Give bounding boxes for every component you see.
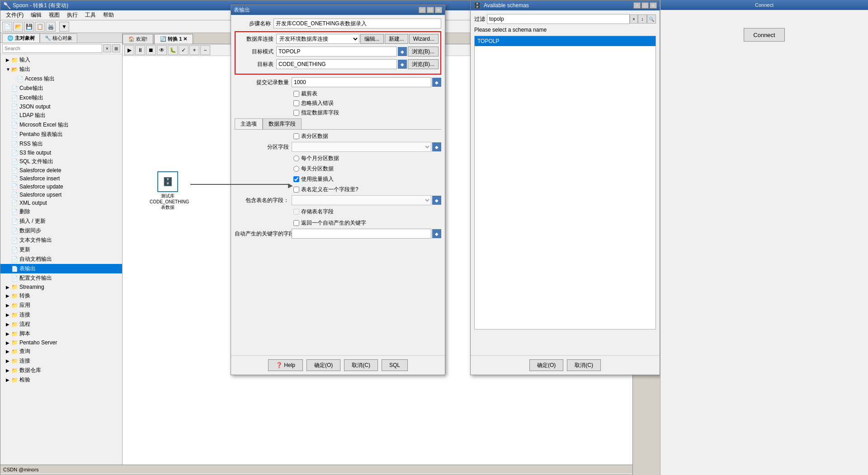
specify-fields-checkbox[interactable] <box>293 110 299 116</box>
menu-execute[interactable]: 执行 <box>63 10 81 20</box>
dialog-close[interactable]: × <box>435 7 442 13</box>
daily-radio[interactable] <box>293 166 299 172</box>
tree-item-transform[interactable]: ▶ 📁 转换 <box>0 291 122 301</box>
search-input[interactable] <box>2 44 102 53</box>
tree-item-sf-update[interactable]: 📄 Salesforce update <box>0 183 122 191</box>
tree-item-verify[interactable]: ▶ 📁 检验 <box>0 375 122 385</box>
toolbar-new[interactable]: 📄 <box>2 22 12 32</box>
menu-tools[interactable]: 工具 <box>81 10 99 20</box>
monthly-radio[interactable] <box>293 155 299 161</box>
help-button[interactable]: ❓ Help <box>268 359 303 371</box>
tab-main-objects[interactable]: 🌐 主对象树 <box>2 33 40 42</box>
browse-schema-button[interactable]: 浏览(B)... <box>408 47 439 56</box>
include-table-name-select[interactable] <box>292 195 431 205</box>
ok-button[interactable]: 确定(O) <box>307 359 340 371</box>
tab-welcome[interactable]: 🏠 欢迎! <box>123 34 153 44</box>
canvas-check[interactable]: ✓ <box>179 45 189 55</box>
tree-item-access[interactable]: 📄 Access 输出 <box>0 74 122 84</box>
toolbar-open[interactable]: 📂 <box>13 22 23 32</box>
commit-size-input[interactable] <box>292 77 431 87</box>
commit-diamond-button[interactable]: ◆ <box>432 78 441 87</box>
db-conn-select[interactable]: 开发环境数据库连接 <box>276 34 359 44</box>
tree-item-query[interactable]: ▶ 📁 查询 <box>0 347 122 356</box>
menu-help[interactable]: 帮助 <box>99 10 118 20</box>
tree-item-input[interactable]: ▶ 📁 输入 <box>0 55 122 65</box>
canvas-pause[interactable]: ⏸ <box>135 45 145 55</box>
menu-file[interactable]: 文件(F) <box>2 10 27 20</box>
tree-item-update[interactable]: 📄 更新 <box>0 245 122 254</box>
wizard-button[interactable]: Wizard... <box>409 34 439 44</box>
search-clear-button[interactable]: × <box>103 44 111 52</box>
tree-item-sf-upsert[interactable]: 📄 Salesforce upsert <box>0 191 122 199</box>
schema-ok-button[interactable]: 确定(O) <box>529 359 563 371</box>
tree-item-insert-update[interactable]: 📄 插入 / 更新 <box>0 216 122 226</box>
tree-item-xml[interactable]: 📄 XML output <box>0 199 122 207</box>
auto-key-checkbox[interactable] <box>293 220 299 226</box>
tree-item-sql-file[interactable]: 📄 SQL 文件输出 <box>0 157 122 166</box>
cancel-button[interactable]: 取消(C) <box>344 359 378 371</box>
tree-item-app[interactable]: ▶ 📁 应用 <box>0 301 122 310</box>
tree-item-delete[interactable]: 📄 删除 <box>0 207 122 216</box>
canvas-zoom-out[interactable]: − <box>200 45 210 55</box>
partition-diamond-button[interactable]: ◆ <box>432 142 441 151</box>
target-table-input[interactable] <box>276 59 397 69</box>
table-name-field-checkbox[interactable] <box>293 187 299 193</box>
browse-table-button[interactable]: 浏览(B)... <box>408 59 439 69</box>
filter-search-button[interactable]: 🔍 <box>647 14 656 24</box>
tree-item-json[interactable]: 📄 JSON output <box>0 103 122 111</box>
tree-item-ldap[interactable]: 📄 LDAP 输出 <box>0 111 122 120</box>
tree-item-output[interactable]: ▼ 📂 输出 <box>0 65 122 74</box>
target-schema-input[interactable] <box>276 47 397 56</box>
tab-db-fields[interactable]: 数据库字段 <box>263 118 302 129</box>
include-table-diamond[interactable]: ◆ <box>432 196 441 205</box>
tab-transform[interactable]: 🔄 转换 1 ✕ <box>154 34 193 44</box>
tree-item-data-sync[interactable]: 📄 数据同步 <box>0 226 122 235</box>
schema-minimize[interactable]: − <box>633 2 641 9</box>
canvas-run[interactable]: ▶ <box>124 45 134 55</box>
tree-item-excel[interactable]: 📄 Excel输出 <box>0 93 122 103</box>
tree-item-sf-delete[interactable]: 📄 Salesforce delete <box>0 166 122 174</box>
ignore-errors-checkbox[interactable] <box>293 100 299 106</box>
tree-item-pentaho-server[interactable]: ▶ 📁 Pentaho Server <box>0 339 122 347</box>
edit-button[interactable]: 编辑... <box>360 34 384 44</box>
canvas-zoom-in[interactable]: + <box>189 45 199 55</box>
dialog-maximize[interactable]: □ <box>427 7 434 13</box>
filter-sort-button[interactable]: ↕ <box>638 14 647 24</box>
connect-button[interactable]: Connect <box>744 28 784 42</box>
store-table-name-checkbox[interactable] <box>293 209 299 215</box>
tree-item-sf-insert[interactable]: 📄 Salesforce insert <box>0 174 122 183</box>
partition-field-select[interactable] <box>292 142 431 152</box>
auto-key-field-input[interactable] <box>292 229 431 239</box>
tab-core-objects[interactable]: 🔧 核心对象 <box>40 33 77 42</box>
schema-close[interactable]: × <box>650 2 657 9</box>
dialog-minimize[interactable]: − <box>419 7 426 13</box>
partition-data-checkbox[interactable] <box>293 133 299 139</box>
step-node-source[interactable]: 🗄️ 测试库CODE_ONETHING表数据 <box>150 171 186 211</box>
toolbar-saveas[interactable]: 📋 <box>35 22 45 32</box>
tab-main-options[interactable]: 主选项 <box>235 118 263 129</box>
filter-input[interactable] <box>487 14 630 24</box>
canvas-preview[interactable]: 👁 <box>157 45 167 55</box>
step-name-input[interactable] <box>274 19 441 28</box>
tree-item-config-output[interactable]: 📄 配置文件输出 <box>0 273 122 283</box>
tree-item-rss[interactable]: 📄 RSS 输出 <box>0 139 122 149</box>
sql-button[interactable]: SQL <box>382 359 408 371</box>
tree-item-connect[interactable]: ▶ 📁 连接 <box>0 310 122 320</box>
auto-key-diamond[interactable]: ◆ <box>432 229 441 238</box>
schema-cancel-button[interactable]: 取消(C) <box>567 359 601 371</box>
tree-item-msexcel[interactable]: 📄 Microsoft Excel 输出 <box>0 120 122 130</box>
filter-clear-button[interactable]: × <box>630 14 638 24</box>
toolbar-print[interactable]: 🖨️ <box>46 22 56 32</box>
batch-insert-checkbox[interactable] <box>293 176 299 182</box>
tree-item-connect2[interactable]: ▶ 📁 连接 <box>0 356 122 366</box>
tree-item-streaming[interactable]: ▶ 📁 Streaming <box>0 283 122 291</box>
tree-item-table-output[interactable]: 📄 表输出 <box>0 264 122 273</box>
schema-item-topolp[interactable]: TOPOLP <box>475 36 656 46</box>
schema-diamond-button[interactable]: ◆ <box>398 47 407 56</box>
tree-item-s3[interactable]: 📄 S3 file output <box>0 149 122 157</box>
tree-item-dw[interactable]: ▶ 📁 数据仓库 <box>0 366 122 375</box>
toolbar-extra[interactable]: ▼ <box>59 22 69 32</box>
tree-item-auto-doc[interactable]: 📄 自动文档输出 <box>0 254 122 264</box>
canvas-stop[interactable]: ⏹ <box>146 45 156 55</box>
tree-item-script[interactable]: ▶ 📁 脚本 <box>0 329 122 339</box>
